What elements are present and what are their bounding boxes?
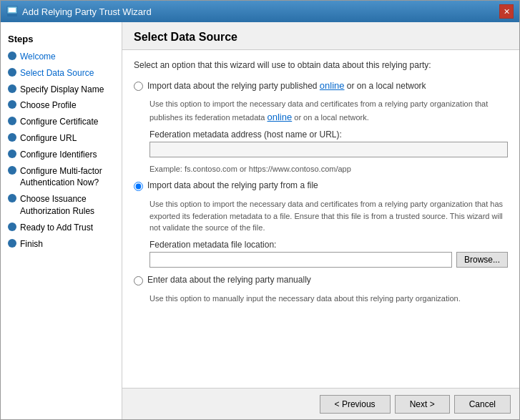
window-title: Add Relying Party Trust Wizard: [22, 6, 152, 17]
option1-description: Use this option to import the necessary …: [149, 98, 508, 124]
title-bar: Add Relying Party Trust Wizard ✕: [1, 1, 519, 22]
svg-rect-1: [9, 8, 16, 12]
browse-button[interactable]: Browse...: [456, 252, 508, 268]
dot-specify-display: [8, 84, 16, 93]
sidebar-item-configure-certificate[interactable]: Configure Certificate: [1, 114, 122, 130]
dot-choose-profile: [8, 100, 16, 109]
sidebar-item-configure-identifiers[interactable]: Configure Identifiers: [1, 147, 122, 163]
sidebar-item-specify-display-name[interactable]: Specify Display Name: [1, 82, 122, 98]
option2-radio[interactable]: [134, 182, 143, 191]
content-area: Steps Welcome Select Data Source Specify…: [1, 22, 519, 419]
federation-metadata-file-input[interactable]: [149, 252, 452, 268]
option3-row: Enter data about the relying party manua…: [134, 275, 508, 285]
sidebar: Steps Welcome Select Data Source Specify…: [1, 22, 122, 419]
option2-field-label: Federation metadata file location:: [149, 240, 508, 250]
dot-select-data-source: [8, 68, 16, 77]
dot-welcome: [8, 52, 16, 60]
dot-configure-identifiers: [8, 150, 16, 158]
sidebar-item-ready-to-add[interactable]: Ready to Add Trust: [1, 220, 122, 236]
sidebar-item-choose-profile[interactable]: Choose Profile: [1, 97, 122, 114]
option1-radio[interactable]: [134, 82, 143, 91]
intro-text: Select an option that this wizard will u…: [134, 60, 508, 70]
previous-button[interactable]: < Previous: [320, 395, 391, 414]
sidebar-item-configure-multifactor[interactable]: Configure Multi-factor Authentication No…: [1, 163, 122, 192]
dot-finish: [8, 239, 16, 248]
main-header: Select Data Source: [122, 22, 519, 50]
sidebar-item-welcome[interactable]: Welcome: [1, 49, 122, 65]
sidebar-item-finish[interactable]: Finish: [1, 236, 122, 253]
federation-metadata-url-input[interactable]: [149, 142, 508, 157]
footer: < Previous Next > Cancel: [122, 388, 519, 419]
sidebar-title: Steps: [1, 29, 122, 49]
title-bar-left: Add Relying Party Trust Wizard: [6, 6, 152, 17]
dot-configure-multifactor: [8, 166, 16, 175]
option2-row: Import data about the relying party from…: [134, 180, 508, 191]
option3-radio[interactable]: [134, 276, 143, 285]
option2-field-group: Federation metadata file location: Brows…: [149, 240, 508, 268]
main-panel: Select Data Source Select an option that…: [122, 22, 519, 419]
main-body: Select an option that this wizard will u…: [122, 50, 519, 388]
sidebar-item-choose-issuance[interactable]: Choose Issuance Authorization Rules: [1, 191, 122, 220]
svg-rect-2: [7, 14, 17, 16]
wizard-window: Add Relying Party Trust Wizard ✕ Steps W…: [0, 0, 520, 420]
dot-ready-to-add: [8, 223, 16, 231]
option2-description: Use this option to import the necessary …: [149, 198, 508, 234]
option3-label[interactable]: Enter data about the relying party manua…: [147, 275, 311, 285]
option2-label[interactable]: Import data about the relying party from…: [147, 180, 318, 190]
next-button[interactable]: Next >: [395, 395, 450, 414]
option1-example: Example: fs.contoso.com or https://www.c…: [149, 165, 508, 173]
option3-description: Use this option to manually input the ne…: [149, 293, 508, 305]
option1-field-group: Federation metadata address (host name o…: [149, 130, 508, 157]
option1-row: Import data about the relying party publ…: [134, 80, 508, 91]
cancel-button[interactable]: Cancel: [454, 395, 511, 414]
dot-configure-url: [8, 133, 16, 142]
sidebar-item-select-data-source[interactable]: Select Data Source: [1, 65, 122, 82]
dot-choose-issuance: [8, 194, 16, 202]
close-button[interactable]: ✕: [499, 4, 514, 19]
option1-label[interactable]: Import data about the relying party publ…: [147, 80, 426, 91]
option1-field-label: Federation metadata address (host name o…: [149, 130, 508, 140]
dot-configure-certificate: [8, 117, 16, 125]
sidebar-item-configure-url[interactable]: Configure URL: [1, 130, 122, 147]
option2-field-row: Browse...: [149, 252, 508, 268]
page-title: Select Data Source: [134, 31, 508, 44]
wizard-icon: [6, 6, 18, 17]
